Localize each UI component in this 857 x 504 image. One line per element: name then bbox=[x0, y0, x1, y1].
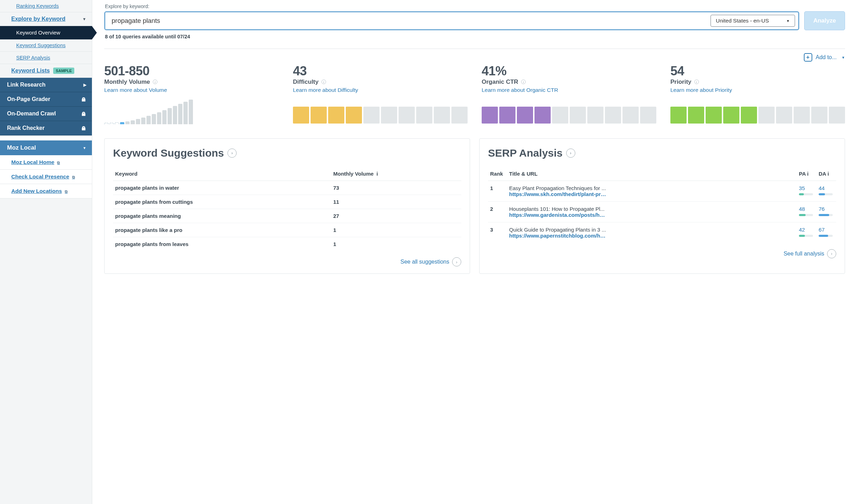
analyze-button[interactable]: Analyze bbox=[804, 11, 845, 30]
volume-value: 501-850 bbox=[104, 64, 279, 78]
suggestion-row[interactable]: propagate plants like a pro1 bbox=[113, 223, 461, 237]
suggestion-keyword: propagate plants from cuttings bbox=[113, 195, 331, 209]
metric-difficulty: 43 Difficultyi Learn more about Difficul… bbox=[293, 64, 468, 124]
expand-serp-icon[interactable]: › bbox=[566, 149, 575, 158]
serp-result-url[interactable]: https://www.gardenista.com/posts/hou... bbox=[509, 212, 608, 218]
serp-result-title: Houseplants 101: How to Propagate Pl... bbox=[509, 206, 608, 212]
sidebar-rank-checker[interactable]: Rank Checker 🔒︎ bbox=[0, 121, 92, 136]
meter-segment bbox=[552, 107, 568, 124]
sidebar-add-new-locations[interactable]: Add New Locations⧉ bbox=[0, 184, 92, 199]
learn-difficulty-link[interactable]: Learn more about Difficulty bbox=[293, 87, 358, 93]
meter-segment bbox=[570, 107, 586, 124]
sidebar-ranking-keywords[interactable]: Ranking Keywords bbox=[0, 0, 92, 12]
info-icon[interactable]: i bbox=[807, 171, 808, 177]
volume-bar bbox=[168, 108, 172, 124]
suggestion-volume: 73 bbox=[331, 181, 461, 195]
meter-segment bbox=[499, 107, 515, 124]
locale-value: United States - en-US bbox=[716, 18, 769, 24]
info-icon[interactable]: i bbox=[521, 80, 526, 84]
see-full-analysis-link[interactable]: See full analysis › bbox=[783, 249, 836, 258]
info-icon[interactable]: i bbox=[827, 171, 829, 177]
locale-select[interactable]: United States - en-US ▼ bbox=[711, 15, 795, 27]
suggestions-title: Keyword Suggestions bbox=[113, 147, 224, 159]
meter-segment bbox=[587, 107, 603, 124]
volume-bar bbox=[120, 122, 124, 124]
suggestion-volume: 1 bbox=[331, 237, 461, 251]
sidebar-link-research[interactable]: Link Research ▶ bbox=[0, 78, 92, 92]
difficulty-bars bbox=[293, 102, 468, 124]
suggestions-table: Keyword Monthly Volumei propagate plants… bbox=[113, 167, 461, 251]
volume-bar bbox=[178, 104, 182, 124]
volume-bar bbox=[152, 114, 156, 124]
external-link-icon: ⧉ bbox=[72, 175, 75, 179]
keyword-input[interactable] bbox=[105, 12, 707, 29]
sidebar-keyword-overview[interactable]: Keyword Overview bbox=[0, 26, 92, 39]
info-icon[interactable]: i bbox=[153, 80, 157, 84]
metric-priority: 54 Priorityi Learn more about Priority bbox=[670, 64, 845, 124]
volume-bar bbox=[115, 122, 119, 124]
sidebar-keyword-suggestions[interactable]: Keyword Suggestions bbox=[0, 39, 92, 52]
priority-bars bbox=[670, 102, 845, 124]
see-all-suggestions-link[interactable]: See all suggestions › bbox=[400, 257, 461, 266]
meter-segment bbox=[623, 107, 639, 124]
col-da: DA bbox=[819, 171, 826, 177]
learn-priority-link[interactable]: Learn more about Priority bbox=[670, 87, 732, 93]
meter-segment bbox=[811, 107, 827, 124]
meter-segment bbox=[328, 107, 344, 124]
lock-icon: 🔒︎ bbox=[81, 125, 86, 131]
keyword-suggestions-panel: Keyword Suggestions › Keyword Monthly Vo… bbox=[104, 138, 470, 274]
pa-bar bbox=[799, 235, 813, 237]
serp-da: 76 bbox=[819, 206, 825, 212]
info-icon[interactable]: i bbox=[376, 171, 378, 177]
learn-volume-link[interactable]: Learn more about Volume bbox=[104, 87, 167, 93]
info-icon[interactable]: i bbox=[694, 80, 699, 84]
info-icon[interactable]: i bbox=[321, 80, 326, 84]
suggestion-row[interactable]: propagate plants from leaves1 bbox=[113, 237, 461, 251]
sidebar-on-demand-crawl[interactable]: On-Demand Crawl 🔒︎ bbox=[0, 107, 92, 121]
learn-ctr-link[interactable]: Learn more about Organic CTR bbox=[482, 87, 558, 93]
quota-text: 8 of 10 queries available until 07/24 bbox=[105, 34, 845, 39]
difficulty-value: 43 bbox=[293, 64, 468, 78]
suggestion-row[interactable]: propagate plants from cuttings11 bbox=[113, 195, 461, 209]
serp-table: Rank Title & URL PA i DA i 1Easy Plant P… bbox=[488, 167, 836, 243]
meter-segment bbox=[640, 107, 656, 124]
add-to-label: Add to... bbox=[816, 54, 837, 61]
sidebar-explore-by-keyword-group[interactable]: Explore by Keyword ▼ bbox=[0, 12, 92, 26]
suggestion-keyword: propagate plants meaning bbox=[113, 209, 331, 223]
expand-suggestions-icon[interactable]: › bbox=[227, 149, 237, 158]
plus-icon: + bbox=[804, 53, 812, 62]
sidebar-keyword-lists[interactable]: Keyword Lists SAMPLE bbox=[0, 64, 92, 78]
meter-segment bbox=[416, 107, 432, 124]
add-to-dropdown[interactable]: + Add to... ▼ bbox=[804, 53, 845, 62]
keyword-search-box: United States - en-US ▼ bbox=[104, 11, 799, 30]
suggestion-row[interactable]: propagate plants in water73 bbox=[113, 181, 461, 195]
keyword-lists-label: Keyword Lists bbox=[11, 68, 50, 74]
serp-pa: 35 bbox=[799, 185, 805, 191]
col-pa: PA bbox=[799, 171, 806, 177]
sidebar-on-page-grader[interactable]: On-Page Grader 🔒︎ bbox=[0, 92, 92, 107]
meter-segment bbox=[434, 107, 450, 124]
volume-bar bbox=[141, 118, 145, 124]
serp-da: 44 bbox=[819, 185, 825, 191]
serp-analysis-panel: SERP Analysis › Rank Title & URL PA i DA… bbox=[479, 138, 845, 274]
meter-segment bbox=[293, 107, 309, 124]
meter-segment bbox=[688, 107, 704, 124]
volume-bar bbox=[157, 112, 161, 124]
volume-title: Monthly Volume bbox=[104, 78, 150, 86]
sidebar-check-local-presence[interactable]: Check Local Presence⧉ bbox=[0, 170, 92, 184]
sidebar-moz-local-home[interactable]: Moz Local Home⧉ bbox=[0, 155, 92, 170]
meter-segment bbox=[517, 107, 533, 124]
serp-result-url[interactable]: https://www.skh.com/thedirt/plant-pro... bbox=[509, 191, 608, 197]
external-link-icon: ⧉ bbox=[57, 160, 60, 165]
volume-bar bbox=[104, 123, 108, 124]
meter-segment bbox=[451, 107, 468, 124]
sidebar-moz-local-group[interactable]: Moz Local ▼ bbox=[0, 140, 92, 155]
serp-rank: 1 bbox=[488, 181, 507, 201]
priority-title: Priority bbox=[670, 78, 692, 86]
chevron-right-icon: › bbox=[452, 257, 461, 266]
sidebar-serp-analysis[interactable]: SERP Analysis bbox=[0, 52, 92, 64]
suggestion-keyword: propagate plants in water bbox=[113, 181, 331, 195]
suggestion-row[interactable]: propagate plants meaning27 bbox=[113, 209, 461, 223]
serp-result-url[interactable]: https://www.papernstitchblog.com/ho... bbox=[509, 233, 608, 239]
meter-segment bbox=[311, 107, 327, 124]
